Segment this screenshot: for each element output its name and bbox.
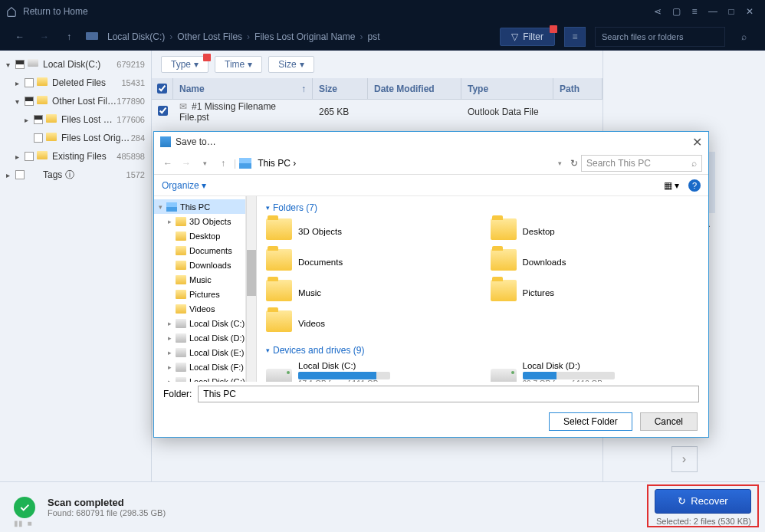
drive-item[interactable]: Local Disk (D:)69.7 GB free of 110 GB bbox=[491, 360, 700, 382]
dialog-main: ▾Folders (7) 3D ObjectsDesktopDocumentsD… bbox=[257, 196, 708, 382]
column-name[interactable]: Name↑ bbox=[173, 78, 313, 99]
tree-item[interactable]: Videos bbox=[154, 301, 245, 316]
select-folder-button[interactable]: Select Folder bbox=[549, 412, 632, 431]
dialog-title: Save to… bbox=[176, 136, 692, 147]
table-header: Name↑ Size Date Modified Type Path bbox=[152, 78, 602, 100]
chevron-down-icon: ▾ bbox=[300, 59, 304, 70]
column-type[interactable]: Type bbox=[461, 78, 553, 99]
tree-item[interactable]: ▾This PC bbox=[154, 199, 245, 214]
dialog-up-icon[interactable]: ↑ bbox=[215, 158, 231, 169]
tree-item[interactable]: ▸Local Disk (F:) bbox=[154, 360, 245, 374]
funnel-icon: ▽ bbox=[511, 31, 518, 42]
list-view-button[interactable]: ≡ bbox=[564, 27, 586, 47]
dialog-tree: ▾This PC▸3D ObjectsDesktopDocumentsDownl… bbox=[154, 196, 246, 382]
tree-item[interactable]: ▸Local Disk (C:) bbox=[154, 316, 245, 330]
help-icon[interactable]: ? bbox=[688, 179, 701, 192]
scan-status-title: Scan completed bbox=[48, 497, 166, 508]
chevron-down-icon: ▾ bbox=[248, 59, 252, 70]
dialog-scrollbar[interactable] bbox=[698, 196, 708, 382]
dialog-back-icon[interactable]: ← bbox=[160, 158, 176, 169]
tree-item[interactable]: ▸Local Disk (G:) bbox=[154, 374, 245, 382]
scan-status-sub: Found: 680791 file (298.35 GB) bbox=[48, 508, 166, 517]
sidebar-item[interactable]: Files Lost Original Dire…284 bbox=[0, 129, 151, 147]
column-date[interactable]: Date Modified bbox=[368, 78, 461, 99]
type-filter-badge bbox=[203, 54, 211, 61]
folder-item[interactable]: Documents bbox=[266, 248, 475, 276]
share-icon[interactable]: ⋖ bbox=[648, 2, 667, 21]
search-icon[interactable]: ⌕ bbox=[734, 31, 753, 42]
menu-icon[interactable]: ≡ bbox=[685, 2, 704, 21]
folder-item[interactable]: Videos bbox=[266, 310, 475, 337]
search-input[interactable]: Search files or folders bbox=[595, 27, 725, 47]
breadcrumb[interactable]: Local Disk(C:)› Other Lost Files› Files … bbox=[107, 31, 379, 42]
folder-input[interactable] bbox=[198, 386, 699, 402]
folder-item[interactable]: Downloads bbox=[491, 248, 700, 276]
refresh-icon[interactable]: ↻ bbox=[570, 158, 578, 169]
sidebar-item[interactable]: ▸Files Lost Origi… ⓘ177606 bbox=[0, 110, 151, 129]
table-row[interactable]: ✉#1 Missing Filename File.pst265 KBOutlo… bbox=[152, 100, 602, 124]
check-icon bbox=[14, 497, 35, 518]
path-dropdown-icon[interactable]: ▾ bbox=[552, 159, 567, 167]
dialog-close-button[interactable]: ✕ bbox=[692, 135, 702, 149]
tree-item[interactable]: ▸3D Objects bbox=[154, 214, 245, 228]
return-home-link[interactable]: Return to Home bbox=[23, 6, 88, 17]
tree-item[interactable]: ▸Local Disk (D:) bbox=[154, 330, 245, 345]
dialog-path[interactable]: This PC › bbox=[258, 158, 549, 169]
minimize-icon[interactable]: — bbox=[704, 2, 722, 21]
filter-badge bbox=[550, 25, 557, 33]
folder-label: Folder: bbox=[163, 389, 192, 399]
folder-item[interactable]: Pictures bbox=[491, 279, 700, 307]
app-icon bbox=[160, 136, 171, 147]
drive-item[interactable]: Local Disk (C:)17.1 GB free of 111 GB bbox=[266, 360, 475, 382]
tree-scrollbar[interactable] bbox=[246, 196, 257, 382]
view-mode-button[interactable]: ▦ ▾ bbox=[664, 180, 679, 191]
tree-item[interactable]: Pictures bbox=[154, 287, 245, 301]
preview-next-button[interactable]: › bbox=[671, 446, 698, 472]
drives-group-header[interactable]: ▾Devices and drives (9) bbox=[266, 345, 699, 356]
time-filter-button[interactable]: Time ▾ bbox=[215, 56, 262, 73]
select-all-checkbox[interactable] bbox=[157, 84, 167, 94]
home-icon[interactable] bbox=[6, 6, 17, 17]
tree-item[interactable]: ▸Local Disk (E:) bbox=[154, 345, 245, 360]
up-icon[interactable]: ↑ bbox=[61, 31, 77, 42]
size-filter-button[interactable]: Size ▾ bbox=[268, 56, 314, 73]
back-icon[interactable]: ← bbox=[12, 31, 28, 42]
type-filter-button[interactable]: Type ▾ bbox=[161, 56, 208, 73]
close-icon[interactable]: ✕ bbox=[740, 2, 759, 21]
tree-item[interactable]: Documents bbox=[154, 243, 245, 258]
forward-icon: → bbox=[37, 31, 52, 42]
mail-icon: ✉ bbox=[179, 101, 187, 112]
column-size[interactable]: Size bbox=[313, 78, 368, 99]
tree-item[interactable]: Downloads bbox=[154, 258, 245, 272]
sidebar-item[interactable]: ▸Tags ⓘ1572 bbox=[0, 166, 151, 184]
folders-group-header[interactable]: ▾Folders (7) bbox=[266, 202, 699, 213]
folder-item[interactable]: Music bbox=[266, 279, 475, 307]
selection-info: Selected: 2 files (530 KB) bbox=[655, 517, 751, 526]
tree-item[interactable]: Music bbox=[154, 272, 245, 287]
sidebar-item[interactable]: ▾Other Lost Files177890 bbox=[0, 92, 151, 110]
column-path[interactable]: Path bbox=[553, 78, 602, 99]
list-icon: ≡ bbox=[572, 31, 577, 42]
folder-item[interactable]: 3D Objects bbox=[266, 218, 475, 245]
chevron-down-icon: ▾ bbox=[194, 59, 199, 70]
row-checkbox[interactable] bbox=[158, 106, 168, 116]
disk-icon bbox=[86, 30, 98, 43]
save-dialog: Save to… ✕ ← → ▾ ↑ | This PC › ▾ ↻ Searc… bbox=[153, 131, 709, 438]
sidebar-item[interactable]: ▾Local Disk(C:)679219 bbox=[0, 55, 151, 74]
pause-controls[interactable]: ▮▮ ■ bbox=[14, 519, 32, 527]
filter-button[interactable]: ▽ Filter bbox=[500, 28, 555, 46]
footer: Scan completed Found: 680791 file (298.3… bbox=[0, 481, 765, 532]
svg-rect-0 bbox=[86, 32, 98, 40]
sidebar-item[interactable]: ▸Existing Files485898 bbox=[0, 147, 151, 166]
cancel-button[interactable]: Cancel bbox=[640, 412, 698, 431]
dialog-history-icon[interactable]: ▾ bbox=[197, 159, 212, 167]
organize-menu[interactable]: Organize ▾ bbox=[162, 180, 206, 191]
recover-button[interactable]: ↻ Recover bbox=[655, 489, 751, 514]
sort-icon: ↑ bbox=[301, 84, 306, 94]
dialog-search-input[interactable]: Search This PC ⌕ bbox=[581, 155, 702, 172]
sidebar-item[interactable]: ▸Deleted Files15431 bbox=[0, 74, 151, 92]
maximize-icon[interactable]: □ bbox=[722, 2, 740, 21]
folder-item[interactable]: Desktop bbox=[491, 218, 700, 245]
square-icon[interactable]: ▢ bbox=[667, 2, 685, 21]
tree-item[interactable]: Desktop bbox=[154, 228, 245, 243]
